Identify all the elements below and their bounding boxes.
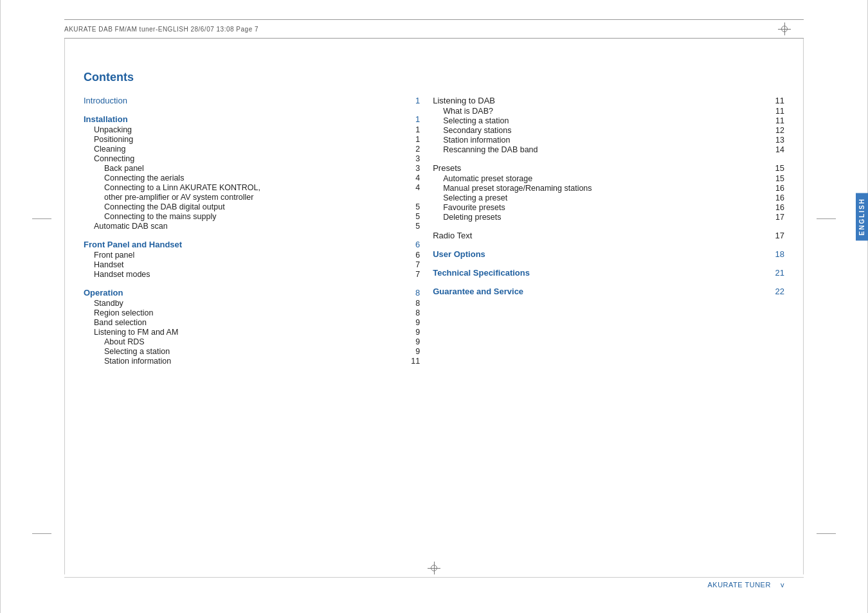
toc-sub-handset: Handset 7 [84,260,420,269]
footer-brand: AKURATE TUNER [707,581,770,589]
toc-sub-del-presets: Deleting presets 17 [433,213,784,222]
toc-entry-front-panel: Front Panel and Handset 6 [84,240,420,249]
toc-section-guarantee: Guarantee and Service 22 [433,287,784,296]
toc-section-introduction: Introduction 1 [84,96,420,105]
toc-label-dab: Listening to DAB [433,96,495,105]
toc-entry-guarantee: Guarantee and Service 22 [433,287,784,296]
toc-label-presets: Presets [433,163,461,173]
contents-heading: Contents [84,71,784,84]
toc-entry-tech-spec: Technical Specifications 21 [433,268,784,278]
toc-section-front-panel: Front Panel and Handset 6 Front panel 6 … [84,240,420,279]
toc-sub-station-info-dab: Station information 13 [433,136,784,145]
toc-sub-connecting-aerials: Connecting the aerials 4 [84,173,420,182]
toc-entry-radio-text: Radio Text 17 [433,231,784,240]
toc-sub-cleaning: Cleaning 2 [84,145,420,154]
toc-page-operation: 8 [407,288,420,298]
toc-page-dab: 11 [772,96,784,105]
toc-label-introduction: Introduction [84,96,127,105]
side-mark-right-top [817,218,836,219]
toc-left: Introduction 1 Installation 1 Unpacking … [84,96,420,375]
toc-page-guarantee: 22 [772,287,784,296]
toc-entry-dab: Listening to DAB 11 [433,96,784,105]
toc-sub-rescan-dab: Rescanning the DAB band 14 [433,145,784,154]
toc-sub-manual-preset: Manual preset storage/Renaming stations … [433,184,784,193]
toc-sub-what-dab: What is DAB? 11 [433,107,784,116]
footer-page: v [781,581,784,589]
toc-sub-band-sel: Band selection 9 [84,318,420,327]
footer-text: AKURATE TUNER v [707,581,784,589]
toc-sub-unpacking: Unpacking 1 [84,125,420,134]
toc-sub-linn-kontrol-cont: other pre-amplifier or AV system control… [84,193,420,202]
toc-label-radio-text: Radio Text [433,231,472,240]
side-mark-right-bottom [817,533,836,534]
toc-entry-user-options: User Options 18 [433,249,784,259]
top-bar: AKURATE DAB FM/AM tuner-ENGLISH 28/6/07 … [64,19,804,39]
toc-sub-connecting: Connecting 3 [84,154,420,163]
footer-line [64,577,804,578]
side-mark-left-bottom [32,533,51,534]
toc-sub-mains-supply: Connecting to the mains supply 5 [84,212,420,221]
english-tab: ENGLISH [856,193,868,240]
toc-page-installation: 1 [407,114,420,124]
print-mark-text: AKURATE DAB FM/AM tuner-ENGLISH 28/6/07 … [64,26,765,33]
toc-page-user-options: 18 [772,249,784,259]
toc-label-operation: Operation [84,288,123,298]
toc-sub-auto-preset: Automatic preset storage 15 [433,174,784,183]
toc-entry-installation: Installation 1 [84,114,420,124]
toc-page-introduction: 1 [407,96,420,105]
toc-section-radio-text: Radio Text 17 [433,231,784,240]
toc-sub-fav-presets: Favourite presets 16 [433,203,784,212]
toc-entry-presets: Presets 15 [433,163,784,173]
crosshair-bottom [428,562,440,574]
toc-section-dab: Listening to DAB 11 What is DAB? 11 Sele… [433,96,784,154]
crosshair-top [778,22,791,35]
toc-label-user-options: User Options [433,249,485,259]
toc-section-tech-spec: Technical Specifications 21 [433,268,784,278]
toc-section-presets: Presets 15 Automatic preset storage 15 M… [433,163,784,222]
toc-sub-secondary: Secondary stations 12 [433,126,784,135]
toc-sub-handset-modes: Handset modes 7 [84,270,420,279]
toc-section-installation: Installation 1 Unpacking 1 Positioning 1… [84,114,420,231]
toc-sub-front-panel: Front panel 6 [84,251,420,260]
toc-page-radio-text: 17 [772,231,784,240]
vert-line-left [64,39,65,574]
toc-label-tech-spec: Technical Specifications [433,268,530,278]
toc-sub-station-info: Station information 11 [84,357,420,366]
main-content: Contents Introduction 1 Installation 1 U… [84,71,784,549]
toc-label-front-panel: Front Panel and Handset [84,240,182,249]
toc-sub-auto-dab: Automatic DAB scan 5 [84,222,420,231]
toc-sub-fm-am: Listening to FM and AM 9 [84,328,420,337]
toc-sub-select-station-dab: Selecting a station 11 [433,116,784,125]
toc-sub-linn-kontrol: Connecting to a Linn AKURATE KONTROL, 4 [84,183,420,192]
toc-layout: Introduction 1 Installation 1 Unpacking … [84,96,784,375]
toc-label-installation: Installation [84,114,128,124]
toc-sub-select-preset: Selecting a preset 16 [433,193,784,202]
toc-sub-dab-digital: Connecting the DAB digital output 5 [84,202,420,211]
toc-sub-back-panel: Back panel 3 [84,164,420,173]
toc-section-operation: Operation 8 Standby 8 Region selection 8… [84,288,420,366]
toc-sub-positioning: Positioning 1 [84,135,420,144]
toc-sub-standby: Standby 8 [84,299,420,308]
toc-right: Listening to DAB 11 What is DAB? 11 Sele… [420,96,784,375]
side-mark-left-top [32,218,51,219]
toc-entry-introduction: Introduction 1 [84,96,420,105]
toc-page-tech-spec: 21 [772,268,784,278]
vert-line-right [803,39,804,574]
toc-label-guarantee: Guarantee and Service [433,287,523,296]
toc-sub-about-rds: About RDS 9 [84,337,420,346]
toc-sub-region-sel: Region selection 8 [84,308,420,317]
toc-sub-select-station: Selecting a station 9 [84,347,420,356]
toc-section-user-options: User Options 18 [433,249,784,259]
toc-page-front-panel: 6 [407,240,420,249]
toc-page-presets: 15 [772,163,784,173]
toc-entry-operation: Operation 8 [84,288,420,298]
